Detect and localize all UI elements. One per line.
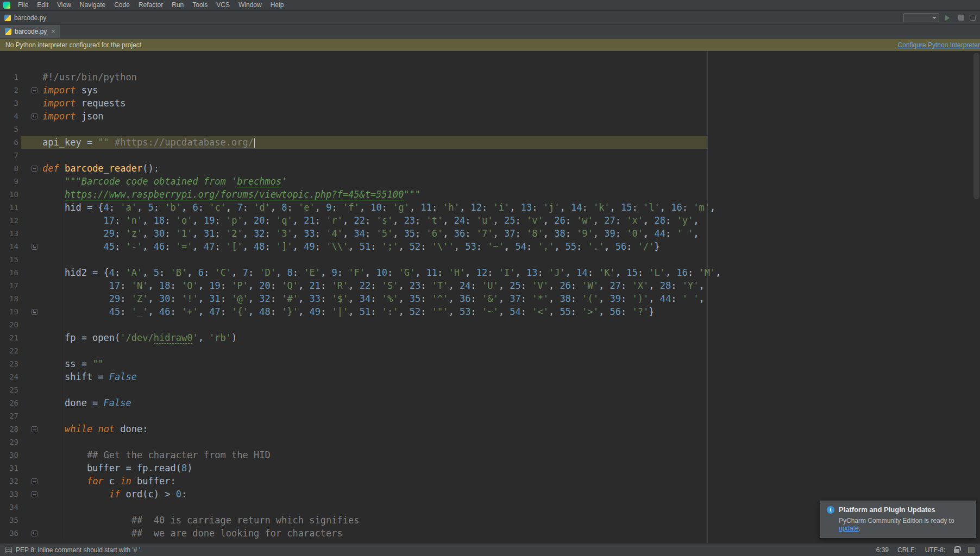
line-number[interactable]: 35 (0, 516, 18, 525)
tab-barcode-py[interactable]: barcode.py × (0, 25, 60, 38)
code-line-10[interactable]: 10 https://www.raspberrypi.org/forums/vi… (0, 188, 980, 201)
fold-end-icon[interactable]: ∟ (32, 530, 37, 536)
line-number[interactable]: 8 (0, 164, 18, 173)
line-number[interactable]: 24 (0, 372, 18, 381)
code-line-4[interactable]: 4∟import json (0, 110, 980, 123)
code-line-29[interactable]: 29 (0, 435, 980, 448)
line-number[interactable]: 13 (0, 229, 18, 238)
line-number[interactable]: 33 (0, 490, 18, 498)
configure-interpreter-link[interactable]: Configure Python Interpreter (898, 41, 980, 49)
update-link[interactable]: update (839, 525, 859, 532)
code-line-8[interactable]: 8−def barcode_reader(): (0, 162, 980, 175)
menu-file[interactable]: File (14, 0, 33, 10)
line-number[interactable]: 18 (0, 294, 18, 303)
menu-tools[interactable]: Tools (188, 0, 212, 10)
line-number[interactable]: 1 (0, 73, 18, 81)
code-line-27[interactable]: 27 (0, 409, 980, 422)
fold-column[interactable]: ∟ (18, 309, 42, 315)
code-line-20[interactable]: 20 (0, 318, 980, 331)
fold-column[interactable]: − (18, 87, 42, 93)
code-line-16[interactable]: 16 hid2 = {4: 'A', 5: 'B', 6: 'C', 7: 'D… (0, 266, 980, 279)
line-number[interactable]: 22 (0, 346, 18, 355)
line-number[interactable]: 10 (0, 190, 18, 199)
line-number[interactable]: 31 (0, 464, 18, 472)
fold-start-icon[interactable]: − (32, 426, 37, 432)
fold-column[interactable]: − (18, 166, 42, 172)
code-line-31[interactable]: 31 buffer = fp.read(8) (0, 462, 980, 475)
line-number[interactable]: 15 (0, 255, 18, 264)
menu-view[interactable]: View (53, 0, 76, 10)
code-line-19[interactable]: 19∟ 45: '_', 46: '+', 47: '{', 48: '}', … (0, 305, 980, 318)
line-number[interactable]: 4 (0, 112, 18, 121)
code-line-15[interactable]: 15 (0, 253, 980, 266)
line-number[interactable]: 25 (0, 386, 18, 394)
fold-end-icon[interactable]: ∟ (32, 244, 37, 250)
line-number[interactable]: 27 (0, 412, 18, 420)
editor-scrollbar[interactable] (973, 53, 979, 199)
line-number[interactable]: 30 (0, 451, 18, 459)
code-line-7[interactable]: 7 (0, 149, 980, 162)
code-line-13[interactable]: 13 29: 'z', 30: '1', 31: '2', 32: '3', 3… (0, 227, 980, 240)
line-number[interactable]: 28 (0, 425, 18, 433)
line-number[interactable]: 5 (0, 125, 18, 134)
fold-column[interactable]: − (18, 426, 42, 432)
line-number[interactable]: 23 (0, 359, 18, 368)
line-number[interactable]: 26 (0, 399, 18, 407)
fold-start-icon[interactable]: − (32, 491, 37, 497)
fold-end-icon[interactable]: ∟ (32, 309, 37, 315)
fold-start-icon[interactable]: − (32, 87, 37, 93)
code-line-24[interactable]: 24 shift = False (0, 370, 980, 383)
code-line-2[interactable]: 2−import sys (0, 84, 980, 97)
code-line-33[interactable]: 33− if ord(c) > 0: (0, 488, 980, 501)
line-number[interactable]: 19 (0, 307, 18, 316)
fold-column[interactable]: − (18, 478, 42, 484)
code-line-9[interactable]: 9 """Barcode code obtained from 'brechmo… (0, 175, 980, 188)
menu-vcs[interactable]: VCS (212, 0, 234, 10)
fold-start-icon[interactable]: − (32, 166, 37, 172)
highlighting-level-icon[interactable] (968, 547, 975, 553)
menu-run[interactable]: Run (167, 0, 188, 10)
fold-column[interactable]: − (18, 491, 42, 497)
line-number[interactable]: 14 (0, 242, 18, 251)
code-line-28[interactable]: 28− while not done: (0, 422, 980, 435)
run-button[interactable] (945, 15, 950, 21)
code-line-17[interactable]: 17 17: 'N', 18: 'O', 19: 'P', 20: 'Q', 2… (0, 279, 980, 292)
line-number[interactable]: 21 (0, 333, 18, 342)
code-line-14[interactable]: 14∟ 45: '-', 46: '=', 47: '[', 48: ']', … (0, 240, 980, 253)
toolbar-icon-a[interactable] (958, 15, 964, 21)
line-number[interactable]: 9 (0, 177, 18, 186)
code-line-26[interactable]: 26 done = False (0, 396, 980, 409)
code-line-5[interactable]: 5 (0, 123, 980, 136)
line-number[interactable]: 36 (0, 529, 18, 538)
status-message-area[interactable]: PEP 8: inline comment should start with … (5, 546, 140, 554)
fold-start-icon[interactable]: − (32, 478, 37, 484)
update-notification[interactable]: i Platform and Plugin Updates PyCharm Co… (820, 501, 976, 538)
file-encoding[interactable]: UTF-8: (925, 546, 945, 554)
menu-refactor[interactable]: Refactor (134, 0, 167, 10)
fold-end-icon[interactable]: ∟ (32, 113, 37, 119)
code-line-3[interactable]: 3import requests (0, 97, 980, 110)
menu-help[interactable]: Help (266, 0, 288, 10)
lock-icon[interactable] (954, 549, 959, 553)
code-line-22[interactable]: 22 (0, 344, 980, 357)
line-number[interactable]: 3 (0, 99, 18, 108)
line-number[interactable]: 2 (0, 86, 18, 94)
code-line-25[interactable]: 25 (0, 383, 980, 396)
code-line-32[interactable]: 32− for c in buffer: (0, 475, 980, 488)
line-separator[interactable]: CRLF: (897, 546, 916, 554)
run-configurations-select[interactable] (903, 13, 939, 22)
menu-window[interactable]: Window (234, 0, 266, 10)
code-editor[interactable]: 1#!/usr/bin/python2−import sys3import re… (0, 51, 980, 543)
fold-column[interactable]: ∟ (18, 244, 42, 250)
line-number[interactable]: 16 (0, 268, 18, 277)
code-line-18[interactable]: 18 29: 'Z', 30: '!', 31: '@', 32: '#', 3… (0, 292, 980, 305)
menu-navigate[interactable]: Navigate (76, 0, 110, 10)
breadcrumb[interactable]: barcode.py (4, 14, 46, 22)
code-line-21[interactable]: 21 fp = open('/dev/hidraw0', 'rb') (0, 331, 980, 344)
fold-column[interactable]: ∟ (18, 530, 42, 536)
line-number[interactable]: 29 (0, 438, 18, 446)
line-number[interactable]: 17 (0, 281, 18, 290)
caret-position[interactable]: 6:39 (876, 546, 889, 554)
fold-column[interactable]: ∟ (18, 113, 42, 119)
code-line-6[interactable]: 6api_key = "" #https://upcdatabase.org/ (0, 136, 980, 149)
